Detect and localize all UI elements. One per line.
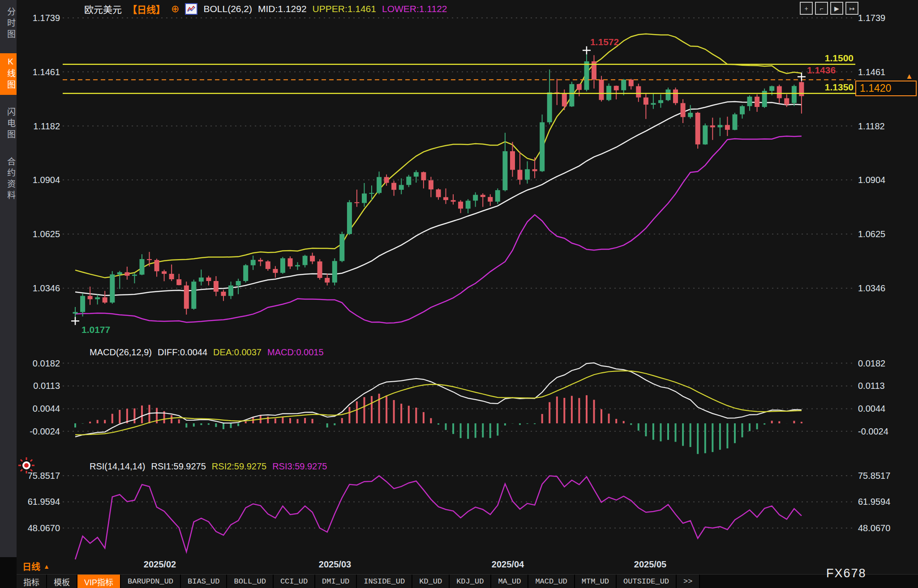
footer-tab-3[interactable]: VIP指标	[77, 575, 121, 588]
macd-y-tick-right-0.0182: 0.0182	[858, 358, 885, 369]
price-line-label-1.1500: 1.1500	[786, 53, 854, 64]
macd-header: MACD(26,12,9) DIFF:0.0044 DEA:0.0037 MAC…	[90, 347, 324, 358]
rsi3-value: RSI3:59.9275	[272, 461, 327, 472]
rsi-y-tick-left-48.0670: 48.0670	[11, 523, 60, 533]
rsi-title: RSI(14,14,14)	[90, 461, 146, 472]
footer-tab-16[interactable]: >>	[677, 575, 700, 588]
main-y-tick-left-1.0346: 1.0346	[11, 283, 60, 294]
footer-tab-5[interactable]: BIAS_UD	[181, 575, 227, 588]
price-up-arrow-icon: ▲	[905, 72, 913, 81]
price-line-label-1.1350: 1.1350	[786, 82, 854, 93]
macd-value: MACD:0.0015	[267, 347, 324, 358]
macd-title: MACD(26,12,9)	[90, 347, 152, 358]
rsi1-value: RSI1:59.9275	[151, 461, 206, 472]
rsi-plot	[75, 476, 802, 559]
rsi-y-tick-right-48.0670: 48.0670	[858, 523, 890, 533]
price-box: 1.1420	[855, 81, 917, 96]
x-axis-label-2025/05: 2025/05	[634, 559, 666, 570]
main-y-tick-left-1.1739: 1.1739	[11, 13, 60, 23]
sidebar-item-1[interactable]: 分时图	[0, 4, 17, 44]
macd-y-tick-right-0.0113: 0.0113	[858, 380, 885, 391]
main-y-tick-left-1.1182: 1.1182	[11, 121, 60, 132]
pan-right-icon[interactable]: ↦	[845, 2, 858, 15]
extreme-label-1.1572: 1.1572	[590, 37, 619, 47]
rsi-header: RSI(14,14,14) RSI1:59.9275 RSI2:59.9275 …	[90, 461, 327, 472]
x-axis-label-2025/04: 2025/04	[492, 559, 524, 570]
main-y-tick-right-1.0904: 1.0904	[858, 175, 885, 185]
macd-dea-value: DEA:0.0037	[213, 347, 262, 358]
period-up-triangle-icon: ▲	[43, 563, 50, 570]
rsi2-value: RSI2:59.9275	[212, 461, 266, 472]
chart-toolbar: +⌐▶↦	[800, 2, 858, 15]
bollinger-bands	[75, 34, 802, 323]
footer-tab-6[interactable]: BOLL_UD	[227, 575, 273, 588]
footer-tab-15[interactable]: OUTSIDE_UD	[617, 575, 677, 588]
period-tag[interactable]: 【日线】	[128, 2, 165, 16]
sidebar: 分时图K线图闪电图合约资料	[0, 0, 17, 557]
main-y-tick-right-1.0346: 1.0346	[858, 283, 885, 294]
axis-scale-icon[interactable]: ⌐	[815, 2, 828, 15]
boll-label: BOLL(26,2)	[203, 4, 252, 14]
footer-tab-bar: 指标模板VIP指标BARUPDN_UDBIAS_UDBOLL_UDCCI_UDD…	[17, 574, 918, 588]
chart-canvas[interactable]	[0, 0, 918, 588]
watermark: FX678	[826, 567, 867, 580]
main-y-tick-left-1.1461: 1.1461	[11, 67, 60, 77]
footer-tab-8[interactable]: DMI_UD	[315, 575, 357, 588]
trading-app: 分时图K线图闪电图合约资料 欧元美元 【日线】 ⊕ BOLL(26,2) MID…	[0, 0, 918, 588]
period-selector[interactable]: 日线 ▲	[22, 560, 50, 573]
macd-y-tick-left-0.0182: 0.0182	[11, 358, 60, 369]
rsi-y-tick-right-61.9594: 61.9594	[858, 496, 890, 507]
period-label: 日线	[22, 560, 40, 573]
macd-y-tick-left-0.0044: 0.0044	[11, 403, 60, 414]
main-y-tick-left-1.0625: 1.0625	[11, 229, 60, 239]
footer-tab-13[interactable]: MACD_UD	[528, 575, 575, 588]
rsi-y-tick-right-75.8517: 75.8517	[858, 470, 890, 481]
main-y-tick-right-1.1182: 1.1182	[858, 121, 885, 132]
footer-tab-14[interactable]: MTM_UD	[575, 575, 617, 588]
footer-tab-2[interactable]: 模板	[47, 575, 77, 588]
boll-mid-value: MID:1.1292	[258, 4, 307, 14]
footer-tab-9[interactable]: INSIDE_UD	[357, 575, 412, 588]
extreme-label-1.0177: 1.0177	[82, 324, 110, 335]
sidebar-item-3[interactable]: 闪电图	[0, 104, 17, 145]
chart-header: 欧元美元 【日线】 ⊕ BOLL(26,2) MID:1.1292 UPPER:…	[84, 2, 447, 16]
footer-tab-1[interactable]: 指标	[17, 575, 47, 588]
macd-y-tick-left--0.0024: -0.0024	[11, 426, 60, 437]
main-y-tick-left-1.0904: 1.0904	[11, 175, 60, 185]
add-overlay-icon[interactable]: ⊕	[171, 4, 179, 13]
x-axis-label-2025/02: 2025/02	[144, 559, 176, 570]
footer-tab-12[interactable]: MA_UD	[491, 575, 528, 588]
symbol-name: 欧元美元	[84, 2, 122, 16]
boll-lower-value: LOWER:1.1122	[382, 4, 447, 14]
macd-y-tick-right-0.0044: 0.0044	[858, 403, 885, 414]
macd-y-tick-left-0.0113: 0.0113	[11, 380, 60, 391]
boll-upper-value: UPPER:1.1461	[313, 4, 376, 14]
main-y-tick-right-1.1461: 1.1461	[858, 67, 885, 77]
sidebar-corner	[0, 557, 17, 588]
macd-diff-value: DIFF:0.0044	[158, 347, 207, 358]
candles	[73, 50, 804, 321]
annotations	[63, 46, 855, 325]
gridlines	[63, 18, 854, 528]
alert-icon[interactable]	[18, 457, 35, 476]
extreme-label-1.1436: 1.1436	[807, 65, 836, 76]
main-y-tick-right-1.1739: 1.1739	[858, 13, 885, 23]
axis-play-icon[interactable]: ▶	[830, 2, 843, 15]
indicator-chart-icon[interactable]	[185, 3, 197, 15]
footer-tab-11[interactable]: KDJ_UD	[450, 575, 491, 588]
macd-y-tick-right--0.0024: -0.0024	[858, 426, 888, 437]
footer-tab-7[interactable]: CCI_UD	[274, 575, 315, 588]
footer-tab-10[interactable]: KD_UD	[412, 575, 450, 588]
main-y-tick-right-1.0625: 1.0625	[858, 229, 885, 239]
rsi-y-tick-left-61.9594: 61.9594	[11, 496, 60, 507]
sidebar-item-4[interactable]: 合约资料	[0, 153, 17, 205]
x-axis-label-2025/03: 2025/03	[319, 559, 351, 570]
sidebar-item-2[interactable]: K线图	[0, 53, 17, 95]
footer-tab-4[interactable]: BARUPDN_UD	[121, 575, 181, 588]
crosshair-icon[interactable]: +	[800, 2, 813, 15]
